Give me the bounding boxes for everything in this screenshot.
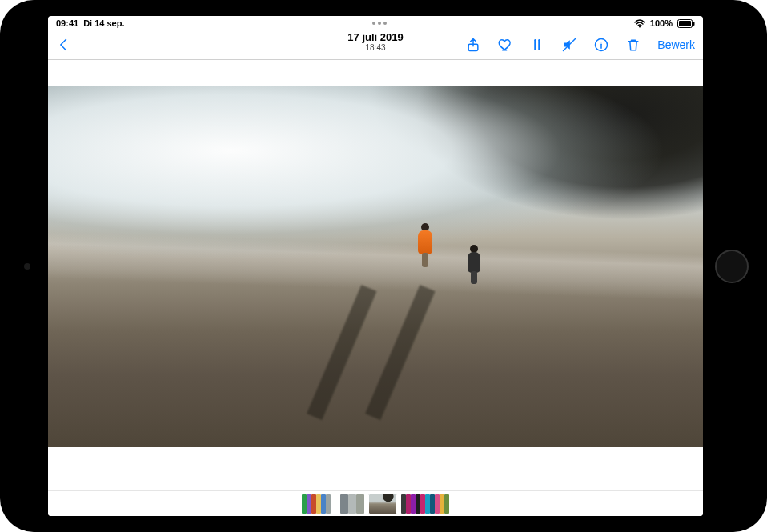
thumbnail[interactable] [348,494,356,514]
figure-shadow [307,285,377,420]
pause-button[interactable] [529,37,545,53]
battery-percent: 100% [650,18,673,28]
multitask-dots[interactable] [372,22,387,25]
status-bar: 09:41 Di 14 sep. 100% [48,16,703,30]
favorite-button[interactable] [497,37,513,53]
letterbox [48,447,703,490]
mute-button[interactable] [561,37,577,53]
wifi-icon [634,19,645,28]
letterbox [48,60,703,86]
back-button[interactable] [56,37,72,53]
svg-point-0 [639,26,641,27]
delete-button[interactable] [625,37,641,53]
thumbnail[interactable] [340,494,348,514]
photo-viewer[interactable] [48,60,703,490]
ipad-frame: 09:41 Di 14 sep. 100% 17 juli 2019 [0,0,767,532]
photo-content [48,86,703,447]
photo-time: 18:43 [347,43,403,52]
figure-shadow [365,285,436,420]
info-button[interactable] [593,37,609,53]
status-date: Di 14 sep. [83,18,124,28]
thumbnail-gap [331,494,340,514]
figure [418,223,432,267]
thumbnail-current[interactable] [369,494,396,514]
photo-date: 17 juli 2019 [347,32,403,43]
thumbnail[interactable] [356,494,364,514]
battery-icon [677,19,695,28]
screen: 09:41 Di 14 sep. 100% 17 juli 2019 [48,16,703,516]
thumbnail[interactable] [444,494,449,514]
figure [468,245,480,284]
thumbnail-scrubber[interactable] [48,490,703,516]
title-area: 17 juli 2019 18:43 [347,32,403,52]
home-button[interactable] [715,250,749,283]
edit-button[interactable]: Bewerk [657,38,695,51]
status-time: 09:41 [56,18,78,28]
svg-point-10 [601,42,602,42]
share-button[interactable] [465,37,481,53]
svg-rect-3 [693,22,694,26]
front-camera [24,263,30,270]
toolbar: 17 juli 2019 18:43 [48,30,703,59]
svg-rect-2 [679,21,691,26]
